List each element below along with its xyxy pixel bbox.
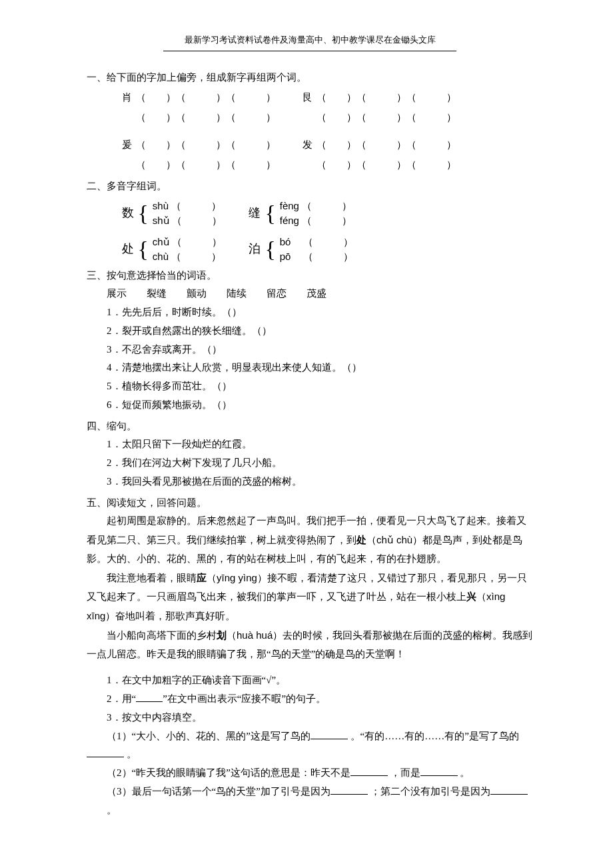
section2-title: 二、多音字组词。 (87, 177, 533, 196)
section4-title: 四、缩句。 (87, 417, 533, 436)
pinyin-ying: （yīng yìng） (207, 572, 267, 583)
paren: （ ） (303, 237, 353, 247)
s2-char-chu: 处 (122, 238, 134, 260)
s3-item: 3．不忍舍弃或离开。（） (87, 341, 533, 359)
passage-p3: 当小船向高塔下面的乡村划（huà huá）去的时候，我回头看那被抛在后面的茂盛的… (87, 626, 533, 664)
passage-p1: 起初周围是寂静的。后来忽然起了一声鸟叫。我们把手一拍，便看见一只大鸟飞了起来。接… (87, 512, 533, 568)
s3-item: 1．先先后后，时断时续。（） (87, 303, 533, 322)
paren: （ ） (171, 251, 221, 262)
section3-title: 三、按句意选择恰当的词语。 (87, 267, 533, 285)
s5-q2: 2．用“”在文中画出表示“应接不暇”的句子。 (87, 690, 533, 709)
paren-group: （ ）（ ）（ ） (136, 136, 276, 155)
s5-q3-1: （1）“大小、小的、花的、黑的”这是写了鸟的 。“有的……有的……有的”是写了鸟… (87, 727, 533, 746)
page-header: 最新学习考试资料试卷件及海量高中、初中教学课尽在金锄头文库 (87, 32, 533, 48)
s1-char-xiao: 肖 (122, 89, 136, 107)
underline-blank (310, 729, 348, 739)
text: 2．用“ (107, 693, 136, 704)
bold-char-xing: 兴 (466, 591, 476, 602)
pinyin: fèng (280, 200, 299, 211)
s2-char-shu: 数 (122, 202, 134, 224)
text: 。“有的……有的……有的”是写了鸟的 (348, 731, 519, 741)
text: （1）“大小、小的、花的、黑的”这是写了鸟的 (107, 731, 310, 741)
pinyin: chǔ (153, 236, 170, 247)
underline-blank (87, 747, 124, 757)
underline-blank (420, 766, 458, 776)
s2-row1: 数 { shù （ ） shǔ （ ） 缝 { fèng （ ） féng （ … (87, 199, 533, 228)
s3-item: 4．清楚地摆出来让人欣赏，明显表现出来使人知道。（） (87, 359, 533, 377)
s2-char-feng: 缝 (249, 202, 261, 224)
bold-char-hua: 划 (217, 630, 227, 641)
paren-group: （ ）（ ）（ ） (316, 156, 456, 175)
paren: （ ） (302, 215, 352, 226)
paren-group: （ ）（ ）（ ） (316, 89, 456, 107)
underline-blank (136, 692, 163, 702)
brace-icon: { (138, 202, 149, 225)
text: ；第二个没有加引号是因为 (368, 786, 490, 797)
text: 。 (107, 805, 117, 815)
underline-blank (330, 785, 368, 795)
text: 我注意地看着，眼睛 (107, 573, 197, 583)
text: ，而是 (388, 767, 420, 778)
s1-row1b: （ ）（ ）（ ） （ ）（ ）（ ） (87, 109, 533, 127)
s5-q1: 1．在文中加粗字的正确读音下面画“√”。 (87, 671, 533, 690)
paren-group: （ ）（ ）（ ） (136, 89, 276, 107)
s3-item: 5．植物长得多而茁壮。（） (87, 377, 533, 396)
brace-icon: { (265, 202, 275, 225)
text: （3）最后一句话第一个“鸟的天堂”加了引号是因为 (107, 786, 330, 797)
section5-title: 五、阅读短文，回答问题。 (87, 494, 533, 513)
s1-char-gen: 艮 (303, 89, 316, 107)
paren: （ ） (303, 251, 353, 262)
paren-group: （ ）（ ）（ ） (316, 109, 456, 127)
s1-row2: 爰 （ ）（ ）（ ） 发 （ ）（ ）（ ） (87, 136, 533, 155)
pinyin: chù (153, 251, 169, 262)
text: （2）“昨天我的眼睛骗了我”这句话的意思是：昨天不是 (107, 767, 350, 778)
pinyin-chu: （chǔ chù） (366, 534, 422, 545)
pinyin: bó (280, 236, 291, 247)
passage-p2: 我注意地看着，眼睛应（yīng yìng）接不暇，看清楚了这只，又错过了那只，看… (87, 569, 533, 626)
s3-item: 6．短促而频繁地振动。（） (87, 396, 533, 415)
s1-row2b: （ ）（ ）（ ） （ ）（ ）（ ） (87, 156, 533, 175)
pinyin: shù (153, 200, 169, 211)
underline-blank (490, 785, 528, 795)
pinyin-hua: （huà huá） (227, 629, 283, 641)
header-underline (163, 51, 456, 51)
pinyin: shǔ (153, 215, 170, 226)
s2-row2: 处 { chǔ （ ） chù （ ） 泊 { bó （ ） pō （ ） (87, 235, 533, 264)
underline-blank (350, 766, 388, 776)
section1-title: 一、给下面的字加上偏旁，组成新字再组两个词。 (87, 69, 533, 87)
s2-char-bo: 泊 (249, 238, 261, 260)
s5-q3-1b: 。 (87, 745, 533, 764)
s5-q3: 3．按文中内容填空。 (87, 709, 533, 727)
s4-item: 3．我回头看见那被抛在后面的茂盛的榕树。 (87, 473, 533, 491)
bold-char-ying: 应 (197, 573, 207, 583)
paren: （ ） (171, 201, 221, 211)
paren-group: （ ）（ ）（ ） (136, 156, 276, 175)
pinyin: féng (280, 215, 299, 226)
s4-item: 2．我们在河边大树下发现了几只小船。 (87, 454, 533, 473)
s3-wordbank: 展示 裂缝 颤动 陆续 留恋 茂盛 (87, 285, 533, 303)
pinyin: pō (280, 251, 291, 262)
s1-row1: 肖 （ ）（ ）（ ） 艮 （ ）（ ）（ ） (87, 89, 533, 107)
text: 奋地叫着，那歌声真好听。 (115, 611, 235, 621)
text: 。 (458, 767, 470, 778)
s5-q3-3: （3）最后一句话第一个“鸟的天堂”加了引号是因为 ；第二个没有加引号是因为 。 (87, 783, 533, 820)
bold-char-chu: 处 (356, 535, 366, 545)
text: 当小船向高塔下面的乡村 (107, 630, 217, 641)
paren: （ ） (302, 201, 352, 211)
s1-char-fa: 发 (303, 136, 316, 155)
s5-q3-2: （2）“昨天我的眼睛骗了我”这句话的意思是：昨天不是 ，而是 。 (87, 764, 533, 783)
paren-group: （ ）（ ）（ ） (316, 136, 456, 155)
brace-icon: { (138, 238, 149, 261)
text: 。 (124, 749, 137, 759)
s4-item: 1．太阳只留下一段灿烂的红霞。 (87, 435, 533, 454)
s1-char-yuan: 爰 (122, 136, 136, 155)
text: ”在文中画出表示“应接不暇”的句子。 (163, 693, 326, 704)
paren-group: （ ）（ ）（ ） (136, 109, 276, 127)
paren: （ ） (172, 237, 222, 247)
paren: （ ） (172, 215, 222, 226)
s3-item: 2．裂开或自然露出的狭长细缝。（） (87, 322, 533, 341)
brace-icon: { (265, 238, 275, 261)
